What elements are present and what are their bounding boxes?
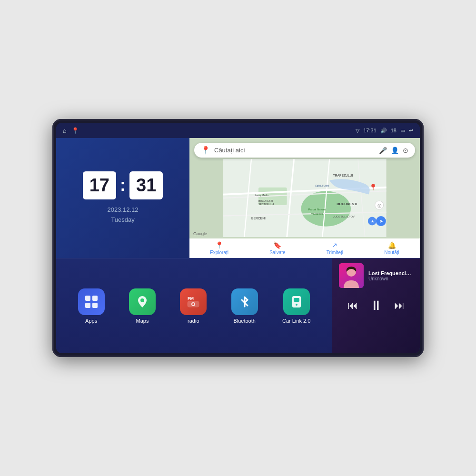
screen: ⌂ 📍 ▽ 17:31 🔊 18 ▭ ↩ 17 : <box>56 123 420 353</box>
svg-point-32 <box>140 298 144 302</box>
svg-text:Văcărești: Văcărești <box>311 212 323 215</box>
music-panel: Lost Frequencies_Janieck Devy-... Unknow… <box>332 258 420 353</box>
carlink-icon <box>283 288 310 315</box>
play-pause-button[interactable]: ⏸ <box>369 298 383 313</box>
svg-text:Parcul Natural: Parcul Natural <box>308 208 326 211</box>
app-item-carlink[interactable]: Car Link 2.0 <box>282 288 310 324</box>
svg-text:Splaiul Unirii: Splaiul Unirii <box>315 184 329 187</box>
svg-rect-31 <box>92 303 98 308</box>
app-item-apps[interactable]: Apps <box>78 288 105 324</box>
saved-icon: 🔖 <box>273 241 281 249</box>
next-button[interactable]: ⏭ <box>394 299 405 312</box>
bluetooth-label: Bluetooth <box>233 318 255 324</box>
music-title: Lost Frequencies_Janieck Devy-... <box>368 270 413 276</box>
account-icon[interactable]: 👤 <box>391 147 399 154</box>
music-controls: ⏮ ⏸ ⏭ <box>332 293 420 320</box>
signal-icon: ▽ <box>356 128 359 134</box>
music-info: Lost Frequencies_Janieck Devy-... Unknow… <box>332 258 420 293</box>
apps-label: Apps <box>85 318 97 324</box>
map-panel[interactable]: 📍 Căutați aici 🎤 👤 ⊙ <box>189 138 420 258</box>
map-search-bar[interactable]: 📍 Căutați aici 🎤 👤 ⊙ <box>194 143 415 158</box>
map-search-text[interactable]: Căutați aici <box>214 147 375 154</box>
volume-level: 18 <box>391 128 397 133</box>
mic-icon[interactable]: 🎤 <box>379 147 387 154</box>
status-bar: ⌂ 📍 ▽ 17:31 🔊 18 ▭ ↩ <box>56 123 420 138</box>
clock-display: 17 : 31 <box>83 171 163 199</box>
google-watermark: Google <box>193 231 207 236</box>
svg-text:BUCUREȘTI: BUCUREȘTI <box>258 199 273 202</box>
svg-text:◎: ◎ <box>377 203 382 208</box>
map-explore-button[interactable]: 📍 Explorați <box>210 241 228 255</box>
saved-label: Salvate <box>269 250 285 255</box>
map-share-button[interactable]: ↗ Trimiteți <box>327 241 343 255</box>
app-item-maps[interactable]: Maps <box>129 288 156 324</box>
explore-label: Explorați <box>210 250 228 255</box>
news-label: Noutăți <box>384 250 399 255</box>
svg-text:TRAPEZULUI: TRAPEZULUI <box>333 174 353 177</box>
svg-text:BUCUREȘTI: BUCUREȘTI <box>337 202 357 206</box>
svg-point-36 <box>192 303 194 305</box>
maps-nav-icon[interactable]: 📍 <box>71 127 79 134</box>
svg-text:★: ★ <box>371 219 374 224</box>
volume-icon: 🔊 <box>380 128 387 134</box>
status-time: 17:31 <box>363 128 377 133</box>
prev-button[interactable]: ⏮ <box>347 299 358 312</box>
apps-panel: Apps Maps <box>56 258 332 353</box>
status-left-icons: ⌂ 📍 <box>63 127 79 134</box>
svg-text:SECTORUL 4: SECTORUL 4 <box>258 203 274 206</box>
svg-rect-28 <box>85 296 90 301</box>
music-details: Lost Frequencies_Janieck Devy-... Unknow… <box>368 270 413 281</box>
explore-icon: 📍 <box>215 241 223 249</box>
svg-text:➤: ➤ <box>379 218 383 224</box>
main-area: 17 : 31 2023.12.12 Tuesday 📍 Căutați aic… <box>56 138 420 353</box>
back-icon[interactable]: ↩ <box>409 128 413 134</box>
svg-point-39 <box>296 304 298 306</box>
map-container: TRAPEZULUI BUCUREȘTI JUDEȚUL ILFOV BERCE… <box>189 159 420 237</box>
svg-rect-38 <box>294 298 299 302</box>
layers-icon[interactable]: ⊙ <box>403 147 408 154</box>
maps-label: Maps <box>136 318 149 324</box>
news-icon: 🔔 <box>388 241 396 249</box>
radio-label: radio <box>188 318 199 324</box>
maps-icon <box>129 288 156 315</box>
apps-icon <box>78 288 105 315</box>
app-item-radio[interactable]: FM radio <box>180 288 207 324</box>
clock-hour: 17 <box>83 171 116 199</box>
svg-text:JUDEȚUL ILFOV: JUDEȚUL ILFOV <box>333 215 355 218</box>
map-pin-icon: 📍 <box>201 146 210 155</box>
map-saved-button[interactable]: 🔖 Salvate <box>269 241 285 255</box>
share-label: Trimiteți <box>327 250 343 255</box>
device: ⌂ 📍 ▽ 17:31 🔊 18 ▭ ↩ 17 : <box>52 119 424 357</box>
bluetooth-icon <box>231 288 258 315</box>
clock-panel: 17 : 31 2023.12.12 Tuesday <box>56 138 189 258</box>
bottom-section: Apps Maps <box>56 258 420 353</box>
map-news-button[interactable]: 🔔 Noutăți <box>384 241 399 255</box>
carlink-label: Car Link 2.0 <box>282 318 310 324</box>
svg-text:FM: FM <box>188 296 194 301</box>
album-art <box>339 263 364 288</box>
home-icon[interactable]: ⌂ <box>63 127 67 134</box>
clock-colon: : <box>120 175 126 195</box>
share-icon: ↗ <box>332 241 337 249</box>
app-item-bluetooth[interactable]: Bluetooth <box>231 288 258 324</box>
music-artist: Unknown <box>368 276 413 281</box>
map-search-icons: 🎤 👤 ⊙ <box>379 147 408 154</box>
clock-minute: 31 <box>129 171 163 199</box>
battery-icon: ▭ <box>400 128 405 134</box>
svg-rect-29 <box>92 296 98 301</box>
svg-rect-30 <box>85 303 90 308</box>
radio-icon: FM <box>180 288 207 315</box>
svg-text:Leroy Merlin: Leroy Merlin <box>255 194 269 197</box>
svg-text:BERCENI: BERCENI <box>251 217 266 220</box>
clock-date: 2023.12.12 Tuesday <box>107 205 138 225</box>
map-bottom-bar: 📍 Explorați 🔖 Salvate ↗ Trimiteți 🔔 <box>189 238 420 258</box>
status-right-info: ▽ 17:31 🔊 18 ▭ ↩ <box>356 128 413 134</box>
top-section: 17 : 31 2023.12.12 Tuesday 📍 Căutați aic… <box>56 138 420 258</box>
